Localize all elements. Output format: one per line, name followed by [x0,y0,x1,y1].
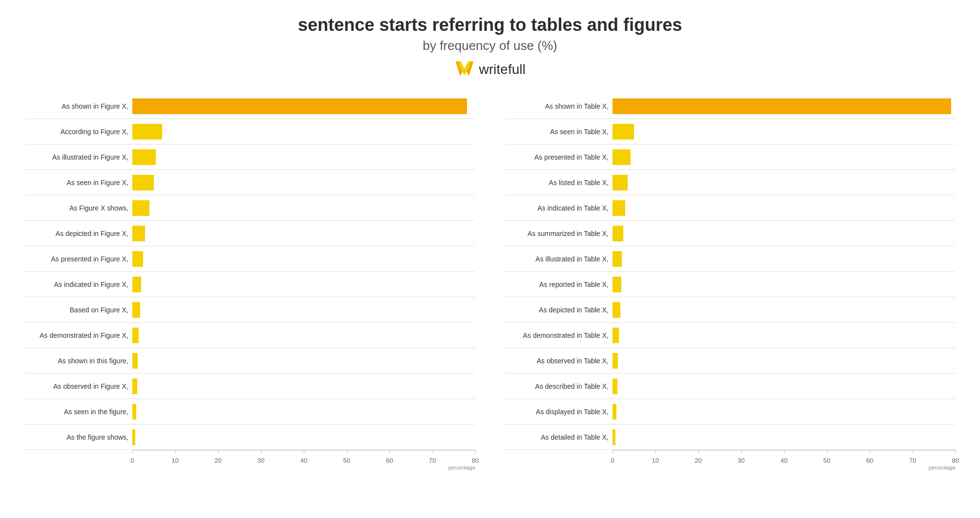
bar-label: As observed in Table X, [505,357,612,365]
bar-label: As shown in this figure, [24,357,132,365]
bar-item: As indicated in Figure X, [24,272,475,297]
header: sentence starts referring to tables and … [20,15,960,79]
sub-title: by frequency of use (%) [20,38,960,53]
bar-label: As indicated in Table X, [505,204,612,212]
bar-item: As detailed in Table X, [505,424,956,450]
charts-row: As shown in Figure X,According to Figure… [20,94,960,471]
percentage-label: percentage [612,465,956,471]
bar-area [132,276,475,293]
figures-chart: As shown in Figure X,According to Figure… [24,94,475,471]
bar-label: As shown in Figure X, [24,102,132,111]
bar-fill [132,175,154,190]
bar-item: As shown in Table X, [505,94,956,119]
bar-item: As summarized in Table X, [505,221,956,246]
bar-fill [132,353,138,369]
bar-label: As observed in Figure X, [24,382,132,391]
bar-fill [132,98,467,114]
bar-label: According to Figure X, [24,128,132,136]
bar-fill [612,429,615,445]
bar-label: As reported in Table X, [505,281,612,289]
x-tick-label: 50 [823,457,830,464]
bar-item: As described in Table X, [505,374,956,399]
bar-area [612,174,956,191]
bar-fill [612,124,634,140]
bar-label: As displayed in Table X, [505,408,612,416]
bar-area [612,225,956,242]
bar-label: As demonstrated in Figure X, [24,331,132,340]
bar-fill [132,404,136,420]
x-tick-label: 30 [737,457,744,464]
bar-label: As depicted in Table X, [505,306,612,314]
bar-item: As reported in Table X, [505,272,956,297]
bar-item: As presented in Figure X, [24,246,475,272]
bar-area [612,123,956,141]
bar-area [612,377,956,395]
bar-item: As depicted in Table X, [505,297,956,323]
bar-fill [132,277,141,292]
bar-label: As seen in the figure, [24,408,132,416]
bar-label: As shown in Table X, [505,102,612,111]
bar-fill [132,124,162,140]
bar-item: As seen in the figure, [24,399,475,424]
bar-area [132,403,475,421]
bar-item: As the figure shows, [24,424,475,450]
bar-fill [132,226,145,241]
bar-area [132,327,475,344]
bar-label: As illustrated in Table X, [505,255,612,263]
bar-item: As displayed in Table X, [505,399,956,424]
bar-item: As shown in this figure, [24,348,475,374]
bar-label: As presented in Figure X, [24,255,132,263]
bar-fill [612,404,616,420]
x-axis-ticks-marks [612,450,956,454]
bar-label: As described in Table X, [505,382,612,391]
bar-item: As depicted in Figure X, [24,221,475,246]
x-axis-ticks-marks [132,450,475,454]
x-tick-label: 80 [472,457,479,464]
bar-label: As presented in Table X, [505,153,612,162]
bar-label: As detailed in Table X, [505,433,612,442]
writefull-logo-icon [455,60,474,79]
x-tick-label: 10 [652,457,659,464]
bar-item: As observed in Table X, [505,348,956,374]
bar-area [132,174,475,191]
bar-label: As demonstrated in Table X, [505,331,612,340]
bar-label: As seen in Table X, [505,128,612,136]
bar-area [132,97,475,115]
x-tick-label: 40 [300,457,307,464]
bar-item: As seen in Figure X, [24,170,475,195]
bar-area [612,327,956,344]
bar-fill [612,200,625,216]
bar-item: As Figure X shows, [24,195,475,221]
bar-item: As seen in Table X, [505,119,956,144]
bar-area [132,301,475,319]
bar-item: As demonstrated in Figure X, [24,323,475,348]
bar-fill [612,277,621,292]
x-tick-label: 70 [429,457,436,464]
x-tick-label: 0 [130,457,134,464]
logo-text: writefull [479,62,526,77]
bar-fill [132,251,143,267]
bar-area [132,377,475,395]
tables-chart: As shown in Table X,As seen in Table X,A… [505,94,956,471]
bar-label: As indicated in Figure X, [24,281,132,289]
bar-fill [612,175,628,190]
bar-area [132,250,475,268]
x-tick-label: 60 [866,457,873,464]
bar-label: As depicted in Figure X, [24,230,132,238]
x-tick-label: 50 [343,457,350,464]
bar-fill [612,302,620,318]
bar-label: As seen in Figure X, [24,179,132,187]
bar-area [132,148,475,166]
x-tick-label: 20 [695,457,702,464]
bar-fill [612,328,619,343]
bar-item: As indicated in Table X, [505,195,956,221]
bar-item: As illustrated in Figure X, [24,144,475,170]
bar-list: As shown in Figure X,According to Figure… [24,94,475,450]
bar-area [612,199,956,217]
bar-item: As demonstrated in Table X, [505,323,956,348]
bar-area [612,301,956,319]
bar-area [132,199,475,217]
bar-item: As shown in Figure X, [24,94,475,119]
bar-fill [612,98,951,114]
bar-area [132,225,475,242]
